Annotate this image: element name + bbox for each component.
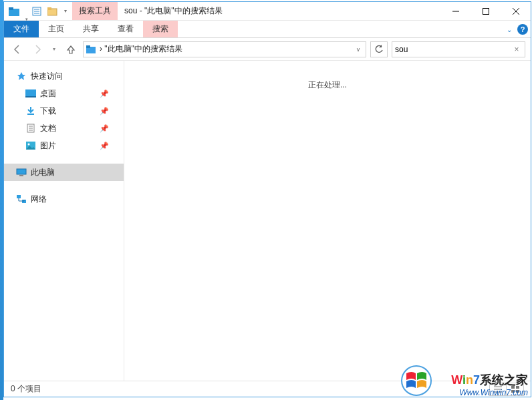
pin-icon: 📌 xyxy=(100,124,109,133)
svg-rect-35 xyxy=(516,386,519,389)
window-title: sou - "此电脑"中的搜索结果 xyxy=(118,2,440,20)
sidebar-quick-access[interactable]: 快速访问 xyxy=(4,67,124,85)
search-input[interactable] xyxy=(395,45,511,54)
back-button[interactable] xyxy=(9,41,25,57)
download-icon xyxy=(25,106,36,116)
tab-home[interactable]: 主页 xyxy=(39,21,74,37)
pin-icon: 📌 xyxy=(100,107,109,116)
view-details-button[interactable] xyxy=(489,383,507,396)
this-pc-icon xyxy=(16,167,27,178)
help-icon[interactable]: ? xyxy=(517,24,528,35)
svg-rect-37 xyxy=(516,390,519,393)
forward-button[interactable] xyxy=(29,41,45,57)
quick-access-icon xyxy=(16,71,27,81)
titlebar: ▾ 搜索工具 sou - "此电脑"中的搜索结果 xyxy=(4,2,531,21)
svg-marker-14 xyxy=(17,72,25,80)
svg-rect-15 xyxy=(25,89,36,96)
tab-view[interactable]: 查看 xyxy=(108,21,143,37)
search-box[interactable]: × xyxy=(392,41,525,57)
sidebar-item-label: 下载 xyxy=(40,106,56,117)
sidebar-item-label: 桌面 xyxy=(40,88,56,99)
tab-share[interactable]: 共享 xyxy=(74,21,108,37)
address-bar[interactable]: › "此电脑"中的搜索结果 v xyxy=(83,41,366,57)
status-bar: 0 个项目 xyxy=(4,381,531,397)
sidebar-this-pc[interactable]: 此电脑 xyxy=(4,164,124,181)
refresh-button[interactable] xyxy=(370,41,388,57)
view-icons-button[interactable] xyxy=(507,383,524,396)
up-button[interactable] xyxy=(63,41,79,57)
minimize-button[interactable] xyxy=(440,2,471,21)
svg-rect-36 xyxy=(511,390,515,393)
svg-rect-25 xyxy=(19,175,23,176)
address-history-icon[interactable]: v xyxy=(352,46,364,53)
item-count: 0 个项目 xyxy=(11,383,41,395)
quick-access-toolbar: ▾ xyxy=(4,2,72,20)
folder-icon[interactable] xyxy=(7,4,21,19)
svg-point-38 xyxy=(402,366,431,395)
ribbon-tabs: 文件 主页 共享 查看 搜索 ⌄ ? xyxy=(4,21,531,38)
navigation-pane: 快速访问 桌面 📌 下载 📌 文档 xyxy=(4,61,124,381)
svg-rect-7 xyxy=(47,7,51,10)
new-folder-icon[interactable] xyxy=(45,4,60,19)
watermark-logo xyxy=(401,365,432,396)
sidebar-network[interactable]: 网络 xyxy=(4,190,124,208)
tab-search[interactable]: 搜索 xyxy=(143,21,178,37)
pictures-icon xyxy=(25,140,36,151)
qat-customize-icon[interactable]: ▾ xyxy=(61,4,70,19)
explorer-window: ▾ 搜索工具 sou - "此电脑"中的搜索结果 文件 主页 共享 查看 搜索 … xyxy=(3,1,531,397)
sidebar-item-documents[interactable]: 文档 📌 xyxy=(13,120,124,137)
close-button[interactable] xyxy=(501,2,531,21)
navigation-bar: ▾ › "此电脑"中的搜索结果 v × xyxy=(4,38,531,61)
svg-rect-24 xyxy=(17,169,26,174)
sidebar-item-label: 图片 xyxy=(40,140,56,152)
svg-rect-16 xyxy=(25,96,36,97)
recent-locations-icon[interactable]: ▾ xyxy=(49,41,59,57)
sidebar-label: 快速访问 xyxy=(31,71,63,82)
svg-rect-26 xyxy=(17,195,21,198)
document-icon xyxy=(25,123,36,134)
sidebar-item-label: 网络 xyxy=(31,194,47,205)
pin-icon: 📌 xyxy=(100,142,109,150)
sidebar-item-label: 文档 xyxy=(40,123,56,134)
network-icon xyxy=(16,194,27,204)
svg-rect-9 xyxy=(483,9,489,15)
address-path[interactable]: › "此电脑"中的搜索结果 xyxy=(100,43,350,55)
sidebar-item-desktop[interactable]: 桌面 📌 xyxy=(13,85,124,102)
tab-file[interactable]: 文件 xyxy=(4,21,39,37)
svg-rect-34 xyxy=(511,386,515,389)
sidebar-item-pictures[interactable]: 图片 📌 xyxy=(13,137,124,154)
location-icon xyxy=(85,43,97,55)
contextual-tab-header: 搜索工具 xyxy=(72,2,118,20)
sidebar-item-downloads[interactable]: 下载 📌 xyxy=(13,102,124,120)
svg-point-23 xyxy=(28,144,30,146)
maximize-button[interactable] xyxy=(471,2,501,21)
sidebar-item-label: 此电脑 xyxy=(31,167,55,178)
desktop-icon xyxy=(25,88,36,99)
svg-rect-13 xyxy=(86,45,90,48)
ribbon-expand-icon[interactable]: ⌄ xyxy=(507,26,512,33)
clear-search-icon[interactable]: × xyxy=(511,45,522,54)
pin-icon: 📌 xyxy=(100,89,109,98)
properties-icon[interactable] xyxy=(29,4,44,19)
content-pane: 正在处理... xyxy=(124,61,531,381)
svg-rect-1 xyxy=(9,7,13,10)
processing-text: 正在处理... xyxy=(124,79,531,91)
